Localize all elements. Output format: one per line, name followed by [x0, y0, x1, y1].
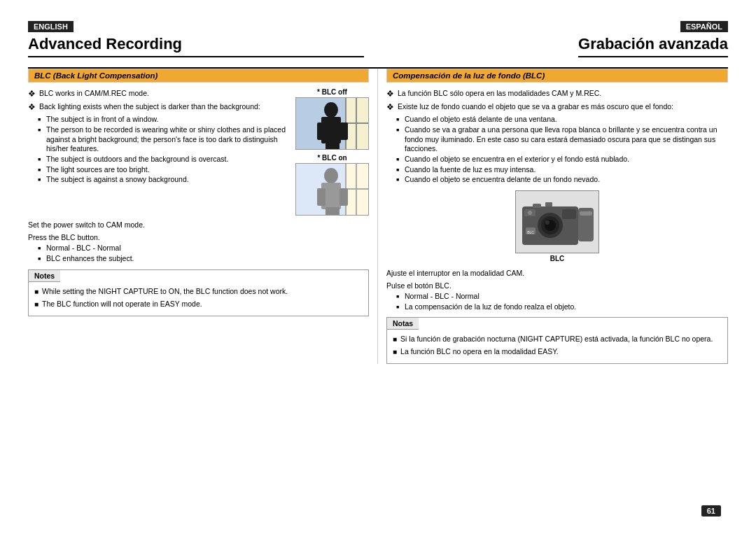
camera-box: BLC — [515, 190, 599, 253]
spanish-title: Grabación avanzada — [578, 35, 728, 57]
spanish-badge: ESPAÑOL — [680, 21, 728, 32]
svg-rect-10 — [332, 141, 340, 150]
header-left: ENGLISH Advanced Recording — [28, 21, 378, 63]
english-steps: Set the power switch to CAM mode. Press … — [28, 220, 369, 264]
spanish-sub-bullet-5: Cuando el objeto se encuentra delante de… — [396, 175, 728, 185]
spanish-bullet-2-text: Existe luz de fondo cuando el objeto que… — [398, 101, 673, 111]
svg-rect-31 — [545, 202, 552, 206]
cross-icon-sp-1: ❖ — [386, 88, 394, 99]
spanish-bullet-1-text: La función BLC sólo opera en las modalid… — [398, 88, 601, 98]
page-number: 61 — [701, 505, 721, 517]
spanish-note-1-text: Si la función de grabación nocturna (NIG… — [400, 334, 713, 344]
blc-on-svg — [296, 163, 368, 216]
svg-point-26 — [545, 220, 550, 225]
spanish-bullet-1: ❖ La función BLC sólo opera en las modal… — [386, 88, 728, 99]
svg-rect-35 — [580, 211, 592, 216]
english-note-1: ■ While setting the NIGHT CAPTURE to ON,… — [34, 286, 363, 297]
svg-point-5 — [324, 102, 338, 118]
square-icon-2: ■ — [34, 300, 38, 309]
square-icon-sp-1: ■ — [393, 335, 397, 344]
spanish-notes-content: ■ Si la función de grabación nocturna (N… — [387, 330, 727, 363]
blc-on-image — [295, 163, 369, 216]
svg-text:BLC: BLC — [527, 230, 534, 234]
svg-rect-8 — [340, 122, 348, 140]
english-notes-header: Notes — [29, 270, 60, 282]
spanish-sub-bullet-3: Cuando el objeto se encuentra en el exte… — [396, 155, 728, 164]
spanish-note-2: ■ La función BLC no opera en la modalida… — [393, 346, 722, 357]
spanish-notes-header: Notas — [387, 318, 419, 330]
blc-off-wrapper: * BLC off — [295, 88, 369, 150]
english-note-2-text: The BLC function will not operate in EAS… — [42, 299, 202, 309]
english-bullet-2: ❖ Back lighting exists when the subject … — [28, 101, 290, 113]
english-step-2: Press the BLC button. Normal - BLC - Nor… — [28, 232, 369, 263]
svg-rect-7 — [317, 122, 326, 140]
blc-off-image — [295, 97, 369, 150]
svg-point-16 — [324, 168, 338, 183]
spanish-sub-bullet-2: Cuando se va a grabar a una persona que … — [396, 125, 728, 154]
blc-off-label: * BLC off — [317, 88, 347, 96]
english-title: Advanced Recording — [28, 35, 364, 57]
english-blc-images: * BLC off — [295, 88, 369, 216]
english-notes-box: Notes ■ While setting the NIGHT CAPTURE … — [28, 269, 369, 316]
english-step2-bullet-1: Normal - BLC - Normal — [38, 244, 369, 253]
camera-svg: BLC — [519, 194, 596, 250]
blc-on-label: * BLC on — [317, 154, 346, 162]
cross-icon-2: ❖ — [28, 101, 36, 113]
svg-rect-20 — [326, 207, 332, 216]
english-badge: ENGLISH — [28, 21, 74, 32]
svg-rect-4 — [345, 122, 368, 124]
svg-point-29 — [528, 211, 532, 215]
english-sub-bullet-3: The subject is outdoors and the backgrou… — [38, 155, 290, 164]
spanish-sub-bullets: Cuando el objeto está delante de una ven… — [386, 115, 728, 184]
spanish-note-1: ■ Si la función de grabación nocturna (N… — [393, 334, 722, 344]
spanish-column: Compensación de la luz de fondo (BLC) ❖ … — [378, 69, 728, 364]
svg-rect-19 — [340, 188, 348, 206]
english-blc-section: ❖ BLC works in CAM/M.REC mode. ❖ Back li… — [28, 88, 369, 216]
english-subsection-header: BLC (Back Light Compensation) — [28, 69, 369, 83]
blc-on-wrapper: * BLC on — [295, 154, 369, 216]
english-note-1-text: While setting the NIGHT CAPTURE to ON, t… — [42, 286, 288, 297]
square-icon-1: ■ — [34, 287, 38, 297]
header-row: ENGLISH Advanced Recording ESPAÑOL Graba… — [28, 21, 728, 69]
english-step-1: Set the power switch to CAM mode. — [28, 220, 369, 230]
english-bullet-2-text: Back lighting exists when the subject is… — [39, 101, 260, 111]
english-sub-bullet-2: The person to be recorded is wearing whi… — [38, 125, 290, 154]
spanish-step2-bullet-1: Normal - BLC - Normal — [396, 292, 728, 302]
camera-image-area: BLC BLC — [386, 190, 728, 262]
english-notes-content: ■ While setting the NIGHT CAPTURE to ON,… — [29, 282, 368, 316]
spanish-bullet-2: ❖ Existe luz de fondo cuando el objeto q… — [386, 101, 728, 113]
english-step2-bullet-2: BLC enhances the subject. — [38, 254, 369, 264]
page: ENGLISH Advanced Recording ESPAÑOL Graba… — [0, 0, 756, 534]
spanish-step-1: Ajuste el interruptor en la modalidad CA… — [386, 268, 728, 278]
cross-icon-sp-2: ❖ — [386, 101, 394, 113]
english-sub-bullets: The subject is in front of a window. The… — [28, 115, 290, 184]
spanish-notes-box: Notas ■ Si la función de grabación noctu… — [386, 317, 728, 364]
svg-rect-30 — [533, 204, 541, 208]
spanish-blc-section: ❖ La función BLC sólo opera en las modal… — [386, 88, 728, 186]
spanish-sub-bullet-4: Cuando la fuente de luz es muy intensa. — [396, 165, 728, 175]
english-sub-bullet-4: The light sources are too bright. — [38, 165, 290, 175]
spanish-blc-text: ❖ La función BLC sólo opera en las modal… — [386, 88, 728, 186]
english-sub-bullet-5: The subject is against a snowy backgroun… — [38, 175, 290, 185]
spanish-step2-bullet-2: La compensación de la luz de fondo realz… — [396, 302, 728, 312]
camera-with-label: BLC BLC — [515, 190, 599, 262]
english-column: BLC (Back Light Compensation) ❖ BLC work… — [28, 69, 378, 364]
content-area: BLC (Back Light Compensation) ❖ BLC work… — [28, 69, 728, 364]
blc-tag-label: BLC — [550, 255, 565, 262]
english-sub-bullet-1: The subject is in front of a window. — [38, 115, 290, 125]
spanish-note-2-text: La función BLC no opera en la modalidad … — [400, 346, 559, 357]
english-note-2: ■ The BLC function will not operate in E… — [34, 299, 363, 309]
english-blc-text: ❖ BLC works in CAM/M.REC mode. ❖ Back li… — [28, 88, 290, 216]
spanish-sub-bullet-1: Cuando el objeto está delante de una ven… — [396, 115, 728, 125]
spanish-steps: Ajuste el interruptor en la modalidad CA… — [386, 268, 728, 312]
english-step2-bullets: Normal - BLC - Normal BLC enhances the s… — [28, 244, 369, 263]
svg-rect-15 — [345, 188, 368, 190]
spanish-step2-bullets: Normal - BLC - Normal La compensación de… — [386, 292, 728, 311]
svg-rect-9 — [326, 141, 332, 150]
svg-rect-21 — [332, 207, 340, 216]
cross-icon-1: ❖ — [28, 88, 36, 99]
svg-rect-18 — [317, 188, 326, 206]
svg-rect-27 — [562, 209, 576, 219]
spanish-step-2: Pulse el botón BLC. Normal - BLC - Norma… — [386, 281, 728, 311]
english-bullet-1-text: BLC works in CAM/M.REC mode. — [39, 88, 149, 98]
